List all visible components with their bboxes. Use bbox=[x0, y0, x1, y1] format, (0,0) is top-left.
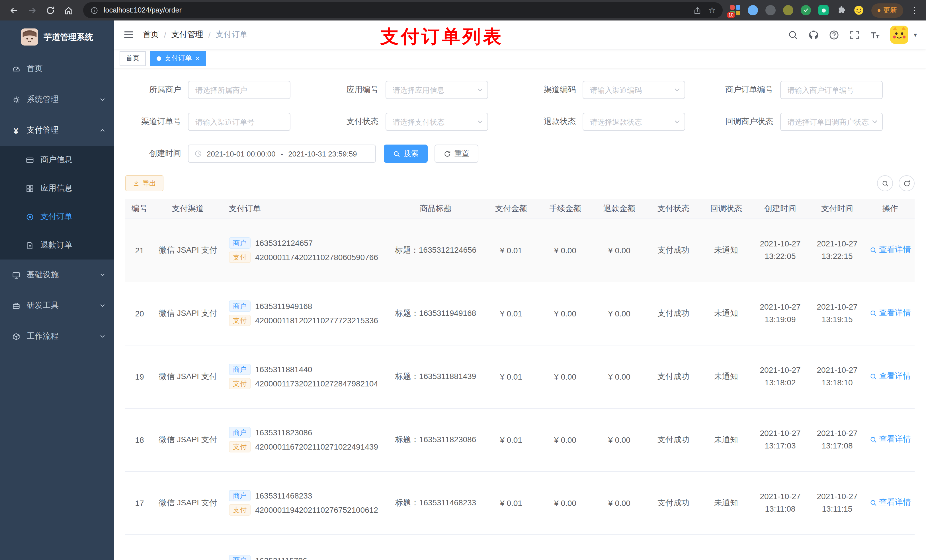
cell-fee-amount: ¥ 0.00 bbox=[538, 471, 592, 534]
create-time-range-picker[interactable]: 2021-10-01 00:00:00 - 2021-10-31 23:59:5… bbox=[188, 145, 376, 163]
app-no-filter-label: 应用编号 bbox=[322, 85, 385, 95]
browser-home-button[interactable] bbox=[61, 2, 76, 18]
refresh-button[interactable] bbox=[899, 175, 915, 191]
extension-icon-check[interactable] bbox=[800, 5, 811, 16]
table-row[interactable]: 18 微信 JSAPI 支付 商户1635311823086 支付4200001… bbox=[125, 408, 915, 471]
table-row[interactable]: 20 微信 JSAPI 支付 商户1635311949168 支付4200001… bbox=[125, 282, 915, 345]
github-icon[interactable] bbox=[808, 29, 819, 40]
col-header-pay-status: 支付状态 bbox=[646, 199, 701, 219]
table-row-partial[interactable]: 商户163531115796 bbox=[125, 534, 915, 560]
sidebar-item-workflow[interactable]: 工作流程 bbox=[0, 321, 114, 352]
sidebar-item-refund-order[interactable]: 退款订单 bbox=[0, 231, 114, 260]
view-detail-link[interactable]: 查看详情 bbox=[869, 498, 911, 508]
font-size-icon[interactable] bbox=[870, 29, 881, 40]
cell-title: 标题：1635311823086 bbox=[387, 408, 484, 471]
sidebar-item-app-info[interactable]: 应用信息 bbox=[0, 174, 114, 202]
sidebar-item-payment[interactable]: ¥ 支付管理 bbox=[0, 115, 114, 146]
refund-status-select[interactable] bbox=[583, 113, 685, 131]
browser-forward-button[interactable] bbox=[24, 2, 40, 18]
notify-status-select[interactable] bbox=[780, 113, 882, 131]
cell-notify-status: 未通知 bbox=[701, 282, 752, 345]
view-detail-link[interactable]: 查看详情 bbox=[869, 371, 911, 382]
screen: localhost:1024/pay/order ☆ 10 更新 ⋮ 芋道 bbox=[0, 0, 926, 560]
close-icon[interactable]: × bbox=[195, 54, 200, 62]
export-button[interactable]: 导出 bbox=[125, 175, 163, 191]
help-icon[interactable] bbox=[829, 29, 840, 40]
table-settings bbox=[877, 175, 915, 191]
pay-status-filter-label: 支付状态 bbox=[322, 117, 385, 127]
browser-reload-button[interactable] bbox=[42, 2, 58, 18]
view-detail-link[interactable]: 查看详情 bbox=[869, 435, 911, 445]
logo-image bbox=[21, 29, 38, 45]
search-icon[interactable] bbox=[788, 29, 799, 40]
merchant-order-no: 1635311823086 bbox=[255, 428, 312, 437]
tab-pay-order[interactable]: 支付订单 × bbox=[150, 51, 206, 66]
sidebar-item-merchant-info[interactable]: 商户信息 bbox=[0, 146, 114, 174]
extension-icon-emoji[interactable] bbox=[853, 5, 864, 16]
col-header-title: 商品标题 bbox=[387, 199, 484, 219]
sidebar-item-label: 基础设施 bbox=[27, 270, 93, 280]
sidebar-item-home[interactable]: 首页 bbox=[0, 53, 114, 84]
filter-form-row3: 创建时间 2021-10-01 00:00:00 - 2021-10-31 23… bbox=[125, 145, 915, 163]
search-button[interactable]: 搜索 bbox=[384, 145, 428, 163]
cell-create-time: 2021-10-2713:22:05 bbox=[752, 219, 809, 282]
sidebar-item-infrastructure[interactable]: 基础设施 bbox=[0, 260, 114, 290]
sidebar-item-system[interactable]: 系统管理 bbox=[0, 84, 114, 115]
sidebar-item-label: 支付订单 bbox=[41, 212, 106, 222]
channel-code-select[interactable] bbox=[583, 81, 685, 99]
url-text: localhost:1024/pay/order bbox=[104, 6, 693, 14]
browser-menu-icon[interactable]: ⋮ bbox=[909, 5, 920, 15]
cell-actions: 查看详情 bbox=[865, 408, 915, 471]
top-navbar: 首页 / 支付管理 / 支付订单 支付订单列表 ▾ bbox=[114, 21, 926, 49]
share-icon[interactable] bbox=[693, 6, 701, 15]
extension-icon-devtools[interactable]: 10 bbox=[729, 5, 741, 16]
reset-button[interactable]: 重置 bbox=[434, 145, 478, 163]
extensions-puzzle-icon[interactable] bbox=[835, 5, 847, 16]
extension-icon-green-square[interactable] bbox=[818, 5, 829, 16]
merchant-order-no: 1635312124657 bbox=[255, 238, 313, 248]
bookmark-star-icon[interactable]: ☆ bbox=[708, 5, 716, 15]
cell-pay-amount: ¥ 0.01 bbox=[484, 282, 538, 345]
fullscreen-icon[interactable] bbox=[849, 29, 860, 40]
sidebar-toggle-icon[interactable] bbox=[123, 29, 135, 41]
view-detail-link[interactable]: 查看详情 bbox=[869, 245, 911, 255]
cell-order: 商户1635311823086 支付4200001167202110271022… bbox=[222, 408, 387, 471]
extension-icon-blue[interactable] bbox=[747, 5, 758, 16]
extension-icon-olive[interactable] bbox=[782, 5, 794, 16]
table-row[interactable]: 21 微信 JSAPI 支付 商户1635312124657 支付4200001… bbox=[125, 219, 915, 282]
breadcrumb-home[interactable]: 首页 bbox=[143, 30, 159, 40]
update-label: 更新 bbox=[883, 5, 897, 15]
app-no-select[interactable] bbox=[385, 81, 488, 99]
address-bar[interactable]: localhost:1024/pay/order ☆ bbox=[83, 2, 723, 18]
filter-form: 所属商户 应用编号 渠道编码 商户订单编号 bbox=[125, 81, 915, 131]
site-info-icon[interactable] bbox=[90, 6, 98, 15]
sidebar-item-pay-order[interactable]: 支付订单 bbox=[0, 202, 114, 231]
sidebar-item-dev-tools[interactable]: 研发工具 bbox=[0, 290, 114, 321]
pay-status-select[interactable] bbox=[385, 113, 488, 131]
browser-back-button[interactable] bbox=[6, 2, 22, 18]
table-row[interactable]: 19 微信 JSAPI 支付 商户1635311881440 支付4200001… bbox=[125, 345, 915, 408]
payment-submenu: 商户信息 应用信息 支付订单 退款订单 bbox=[0, 146, 114, 260]
channel-order-no-input[interactable] bbox=[188, 113, 291, 131]
merchant-select[interactable] bbox=[188, 81, 291, 99]
browser-update-button[interactable]: 更新 bbox=[872, 3, 903, 17]
notify-status-filter-label: 回调商户状态 bbox=[717, 117, 780, 127]
avatar-caret-icon[interactable]: ▾ bbox=[914, 31, 917, 38]
col-header-refund: 退款金额 bbox=[592, 199, 646, 219]
toggle-search-button[interactable] bbox=[877, 175, 893, 191]
view-detail-link[interactable]: 查看详情 bbox=[869, 308, 911, 318]
merchant-order-no-input[interactable] bbox=[780, 81, 882, 99]
toolbox-icon bbox=[11, 301, 21, 310]
table-toolbar: 导出 bbox=[125, 175, 915, 191]
breadcrumb-payment[interactable]: 支付管理 bbox=[171, 30, 203, 40]
sidebar-item-label: 系统管理 bbox=[27, 95, 93, 105]
col-header-fee: 手续金额 bbox=[538, 199, 592, 219]
extension-icon-gray[interactable] bbox=[765, 5, 776, 16]
dashboard-icon bbox=[11, 64, 21, 73]
user-avatar[interactable] bbox=[890, 26, 909, 44]
tab-home[interactable]: 首页 bbox=[120, 51, 146, 66]
cell-order: 商户1635312124657 支付4200001174202110278060… bbox=[222, 219, 387, 282]
table-row[interactable]: 17 微信 JSAPI 支付 商户1635311468233 支付4200001… bbox=[125, 471, 915, 534]
app-logo[interactable]: 芋道管理系统 bbox=[0, 21, 114, 53]
cell-refund-amount: ¥ 0.00 bbox=[592, 282, 646, 345]
